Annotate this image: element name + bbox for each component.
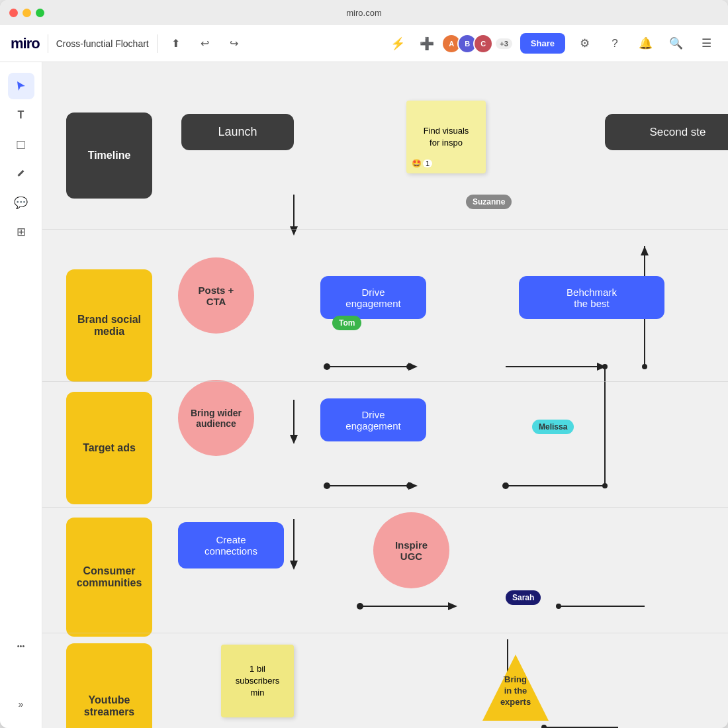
target-ads-lane: Target ads Bring wider audience Drive en…: [56, 387, 163, 510]
svg-point-27: [324, 363, 330, 370]
filter-button[interactable]: ⚡: [387, 33, 408, 54]
timeline-label: Timeline: [66, 113, 152, 199]
main-area: T □ ━ 💬 ⊞ ••• »: [0, 62, 728, 728]
app-window: miro.com miro Cross-functial Flochart ⬆ …: [0, 0, 728, 728]
lane-sep-3: [42, 507, 728, 508]
second-step-node[interactable]: Second ste: [605, 114, 728, 150]
drive-engagement-1[interactable]: Drive engagement: [320, 276, 426, 319]
launch-node[interactable]: Launch: [181, 114, 294, 150]
more-tool[interactable]: •••: [8, 633, 34, 659]
svg-marker-9: [408, 482, 418, 490]
maximize-button[interactable]: [36, 9, 44, 17]
lane-sep-4: [42, 633, 728, 633]
window-title: miro.com: [346, 8, 381, 18]
bring-wider-node[interactable]: Bring wider audience: [178, 380, 254, 456]
find-visuals-sticky[interactable]: Find visuals for inspo 🤩1: [406, 101, 486, 173]
youtube-lane: Youtube streamers 1 bil subscribers min …: [56, 638, 163, 728]
cursor-tool[interactable]: [8, 73, 34, 99]
svg-point-23: [541, 725, 547, 728]
svg-point-32: [406, 482, 413, 489]
suzanne-cursor: Suzanne: [466, 197, 477, 207]
svg-point-29: [357, 603, 363, 610]
consumer-label: Consumer communities: [66, 518, 152, 637]
doc-title[interactable]: Cross-functial Flochart: [56, 38, 149, 49]
svg-marker-7: [290, 435, 298, 444]
svg-point-19: [556, 604, 561, 609]
settings-icon[interactable]: ⚙: [573, 32, 596, 55]
melissa-cursor: Melissa: [532, 422, 541, 432]
undo-button[interactable]: ↩: [195, 33, 216, 54]
close-button[interactable]: [9, 9, 18, 17]
svg-marker-15: [290, 561, 298, 570]
lane-sep-1: [42, 229, 728, 230]
svg-point-28: [324, 482, 330, 489]
inspire-ugc-node[interactable]: Inspire UGC: [373, 512, 449, 588]
help-icon[interactable]: ?: [604, 32, 626, 55]
avatar-3: C: [473, 34, 493, 54]
bring-experts-node[interactable]: Bring in the experts: [479, 651, 552, 724]
tom-cursor: Tom: [332, 318, 341, 328]
svg-marker-5: [597, 363, 606, 371]
upload-button[interactable]: ⬆: [165, 33, 187, 54]
timeline-lane: Timeline Launch Find visuals for inspo 🤩…: [56, 107, 163, 204]
posts-cta-node[interactable]: Posts + CTA: [178, 257, 254, 334]
line-tool[interactable]: ━: [2, 155, 40, 193]
create-connections-node[interactable]: Create connections: [178, 522, 284, 569]
target-ads-label: Target ads: [66, 392, 152, 504]
consumer-lane: Consumer communities Create connections …: [56, 512, 163, 642]
canvas[interactable]: Timeline Launch Find visuals for inspo 🤩…: [42, 62, 728, 728]
add-user-button[interactable]: ➕: [416, 33, 437, 54]
title-bar: miro.com: [0, 0, 728, 25]
svg-marker-3: [408, 363, 418, 371]
frame-tool[interactable]: ⊞: [8, 218, 34, 245]
svg-point-13: [602, 483, 608, 488]
divider-2: [157, 34, 158, 53]
main-toolbar: miro Cross-functial Flochart ⬆ ↩ ↪ ⚡ ➕ A…: [0, 25, 728, 62]
svg-point-12: [602, 364, 608, 369]
sarah-cursor: Sarah: [506, 593, 515, 602]
extra-collaborators: +3: [496, 38, 512, 49]
drive-engagement-2[interactable]: Drive engagement: [320, 398, 426, 441]
collapse-sidebar[interactable]: »: [8, 691, 34, 717]
brand-social-label: Brand social media: [66, 269, 152, 382]
traffic-lights: [9, 9, 44, 17]
text-tool[interactable]: T: [8, 102, 34, 128]
search-icon[interactable]: 🔍: [664, 32, 687, 55]
collaborators: A B C +3: [445, 34, 512, 54]
svg-point-31: [406, 363, 413, 370]
benchmark-node[interactable]: Behchmark the best: [519, 276, 664, 319]
left-toolbar: T □ ━ 💬 ⊞ ••• »: [0, 62, 42, 728]
menu-icon[interactable]: ☰: [695, 32, 717, 55]
brand-social-lane: Brand social media Posts + CTA Drive eng…: [56, 264, 163, 387]
svg-marker-17: [448, 602, 457, 610]
miro-logo[interactable]: miro: [11, 35, 40, 52]
youtube-label: Youtube streamers: [66, 643, 152, 728]
minimize-button[interactable]: [23, 9, 31, 17]
notification-icon[interactable]: 🔔: [634, 32, 657, 55]
sticky-tool[interactable]: □: [8, 131, 34, 158]
svg-marker-1: [290, 226, 298, 236]
share-button[interactable]: Share: [520, 33, 565, 54]
divider-1: [48, 34, 48, 53]
lane-sep-2: [42, 381, 728, 382]
redo-button[interactable]: ↪: [224, 33, 245, 54]
svg-point-25: [642, 364, 647, 369]
svg-point-30: [502, 482, 509, 489]
subscribers-sticky[interactable]: 1 bil subscribers min: [221, 645, 294, 717]
svg-marker-26: [641, 246, 649, 255]
comment-tool[interactable]: 💬: [8, 189, 34, 216]
